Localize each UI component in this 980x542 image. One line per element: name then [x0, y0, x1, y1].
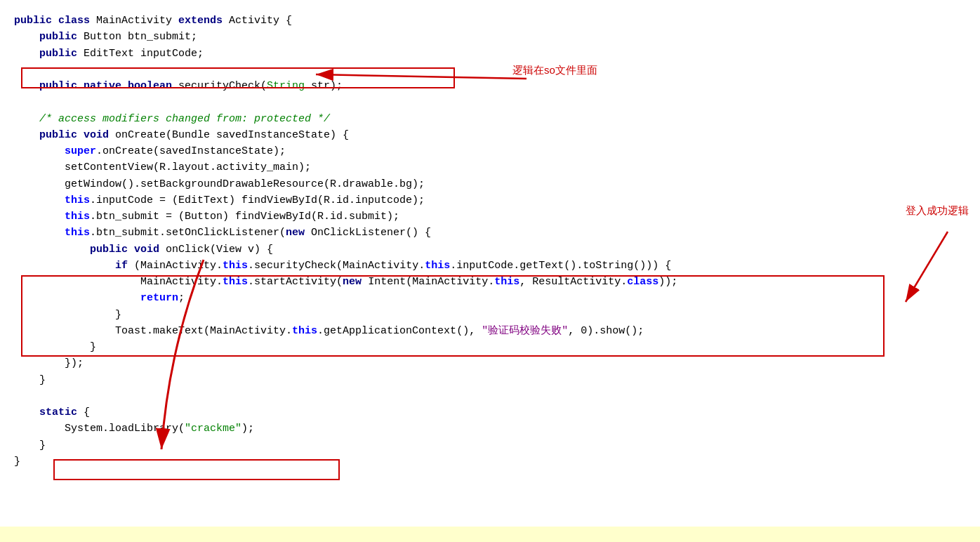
indent	[14, 48, 39, 60]
get-window: getWindow().setBackgroundDrawableResourc…	[14, 178, 425, 190]
type-string: String	[267, 80, 305, 92]
keyword-static: static	[39, 407, 77, 418]
security-check-call: .securityCheck(MainActivity.	[248, 260, 425, 272]
keyword-class: class	[627, 276, 658, 288]
keyword-native: native	[84, 80, 128, 92]
code-line-13: this.btn_submit = (Button) findViewById(…	[14, 209, 966, 225]
intent-close: ));	[658, 276, 677, 288]
semicolon: ;	[178, 292, 185, 304]
code-line-27: }	[14, 437, 966, 454]
keyword-return: return	[140, 292, 178, 304]
keyword-super: super	[65, 145, 96, 157]
field-input: EditText inputCode;	[84, 48, 204, 60]
code-line-25: static {	[14, 404, 966, 421]
static-open: {	[77, 407, 90, 418]
code-line-7: /* access modifiers changed from: protec…	[14, 111, 966, 127]
assign-inputcode: .inputCode = (EditText) findViewById(R.i…	[90, 194, 425, 206]
code-line-6	[14, 94, 966, 110]
code-line-17: MainActivity.this.startActivity(new Inte…	[14, 274, 966, 290]
indent2	[14, 227, 65, 239]
code-line-19: }	[14, 307, 966, 323]
code-line-1: public class MainActivity extends Activi…	[14, 13, 966, 29]
code-line-12: this.inputCode = (EditText) findViewById…	[14, 192, 966, 209]
indent	[14, 407, 39, 418]
param-str: str);	[305, 80, 343, 92]
keyword-new2: new	[343, 276, 368, 288]
annotation-login-success: 登入成功逻辑	[906, 202, 969, 218]
code-line-23: }	[14, 372, 966, 388]
code-line-10: setContentView(R.layout.activity_main);	[14, 159, 966, 176]
keyword-this3: this	[65, 227, 90, 239]
keyword-this5: this	[425, 260, 450, 272]
close-brace2: }	[14, 341, 96, 353]
code-line-2: public Button btn_submit;	[14, 29, 966, 45]
keyword-new1: new	[286, 227, 311, 239]
code-line-14: this.btn_submit.setOnClickListener(new O…	[14, 225, 966, 241]
indent4: Toast.makeText(MainActivity.	[14, 325, 292, 337]
indent	[14, 129, 39, 141]
code-line-20: Toast.makeText(MainActivity.this.getAppl…	[14, 323, 966, 339]
toast-string: "验证码校验失败"	[482, 325, 568, 337]
if-open: (MainActivity.	[134, 260, 223, 272]
close-brace1: }	[14, 309, 121, 321]
code-line-16: if (MainActivity.this.securityCheck(Main…	[14, 258, 966, 274]
keyword-void2: void	[134, 244, 166, 256]
keyword-public5: public	[39, 129, 84, 141]
keyword-void: void	[84, 129, 115, 141]
indent3	[14, 244, 90, 256]
bottom-status-bar	[0, 527, 980, 542]
field-btn: Button btn_submit;	[84, 31, 197, 43]
keyword-extends: extends	[178, 15, 229, 27]
start-activity: .startActivity(	[248, 276, 343, 288]
code-line-24	[14, 388, 966, 404]
keyword-public3: public	[39, 48, 84, 60]
super-call: .onCreate(savedInstanceState);	[96, 145, 286, 157]
code-line-28: }	[14, 454, 966, 470]
assign-btn: .btn_submit = (Button) findViewById(R.id…	[90, 211, 399, 223]
keyword-boolean: boolean	[128, 80, 178, 92]
keyword-if: if	[115, 260, 134, 272]
code-line-8: public void onCreate(Bundle savedInstanc…	[14, 127, 966, 143]
get-text: .inputCode.getText().toString())) {	[450, 260, 671, 272]
comment-access: /* access modifiers changed from: protec…	[39, 113, 330, 125]
code-block: public class MainActivity extends Activi…	[14, 7, 966, 470]
keyword-this2: this	[65, 211, 90, 223]
code-container: public class MainActivity extends Activi…	[0, 0, 980, 542]
annotation-so-logic: 逻辑在so文件里面	[512, 62, 597, 78]
close-static: }	[14, 439, 46, 451]
keyword-public: public	[14, 15, 58, 27]
keyword-this4: this	[223, 260, 248, 272]
indent5	[14, 292, 140, 304]
indent2: System.	[14, 423, 109, 435]
indent	[14, 80, 39, 92]
keyword-public6: public	[90, 244, 134, 256]
intent-call: Intent(MainActivity.	[368, 276, 494, 288]
keyword-this6: this	[223, 276, 248, 288]
code-line-11: getWindow().setBackgroundDrawableResourc…	[14, 176, 966, 192]
indent5: MainActivity.	[14, 276, 223, 288]
code-line-5: public native boolean securityCheck(Stri…	[14, 78, 966, 94]
indent2	[14, 211, 65, 223]
code-line-26: System.loadLibrary("crackme");	[14, 421, 966, 437]
set-listener: .btn_submit.setOnClickListener(	[90, 227, 286, 239]
code-line-9: super.onCreate(savedInstanceState);	[14, 143, 966, 159]
close-oncreate: }	[14, 374, 46, 386]
classname-mainactivity: MainActivity	[96, 15, 178, 27]
indent2	[14, 145, 65, 157]
indent	[14, 113, 39, 125]
keyword-this7: this	[494, 276, 519, 288]
load-lib-close: );	[241, 423, 254, 435]
method-security-check: securityCheck(	[178, 80, 267, 92]
keyword-public4: public	[39, 80, 84, 92]
classname-activity: Activity {	[229, 15, 292, 27]
result-activity: , ResultActivity.	[519, 276, 627, 288]
crackme-string: "crackme"	[185, 423, 241, 435]
keyword-class: class	[58, 15, 96, 27]
load-library-method: loadLibrary(	[109, 423, 185, 435]
code-line-18: return;	[14, 290, 966, 306]
indent	[14, 31, 39, 43]
method-onclick: onClick(View v) {	[166, 244, 273, 256]
onclick-listener: OnClickListener() {	[311, 227, 431, 239]
keyword-this1: this	[65, 194, 90, 206]
set-content-view: setContentView(R.layout.activity_main);	[14, 161, 311, 173]
